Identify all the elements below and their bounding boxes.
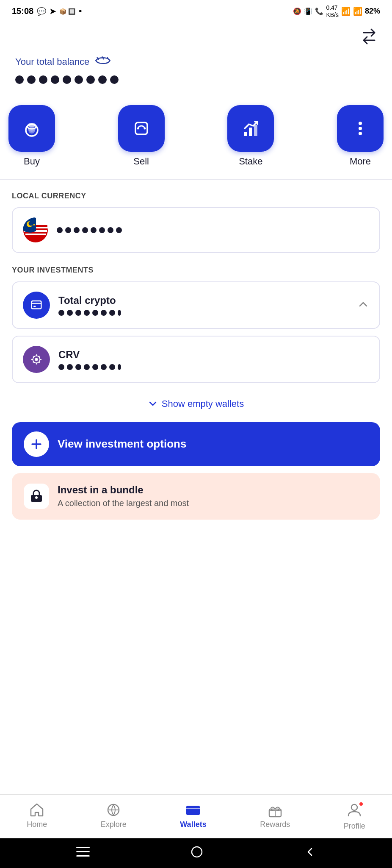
svg-rect-35: [76, 847, 90, 848]
balance-label-text: Your total balance: [15, 56, 89, 67]
svg-rect-10: [244, 132, 247, 136]
nav-home[interactable]: Home: [18, 801, 55, 832]
status-bar: 15:08 💬 ➤ 📦🔲 • 🔕 📳 📞 0.47KB/s 📶 📶 82%: [0, 0, 392, 21]
hide-balance-icon[interactable]: [95, 56, 110, 68]
more-button[interactable]: [337, 105, 384, 152]
status-battery: 82%: [365, 7, 380, 16]
divider: [0, 179, 392, 180]
local-currency-header: LOCAL CURRENCY: [0, 192, 392, 207]
nav-home-circle-icon[interactable]: [191, 846, 203, 860]
sell-label: Sell: [133, 156, 149, 167]
action-buttons: Buy Sell: [0, 105, 392, 179]
show-empty-wallets-button[interactable]: Show empty wallets: [0, 390, 392, 422]
local-currency-section: LOCAL CURRENCY: [0, 192, 392, 253]
bundle-card[interactable]: Invest in a bundle A collection of the l…: [12, 473, 380, 520]
svg-point-14: [359, 127, 362, 130]
buy-button-wrap[interactable]: Buy: [8, 105, 55, 167]
nav-wallets-label: Wallets: [180, 820, 206, 829]
buy-label: Buy: [24, 156, 40, 167]
nav-explore-label: Explore: [101, 820, 127, 829]
local-currency-card[interactable]: [12, 207, 380, 253]
total-crypto-info: Total crypto: [58, 295, 349, 316]
bundle-desc: A collection of the largest and most: [58, 498, 189, 508]
status-time: 15:08: [12, 6, 33, 16]
transfer-icon[interactable]: [358, 25, 380, 47]
crv-hidden-balance: [58, 364, 369, 370]
balance-section: Your total balance: [0, 52, 392, 105]
nav-rewards[interactable]: Rewards: [251, 801, 298, 832]
svg-point-38: [192, 847, 202, 857]
status-vibrate-icon: 📳: [304, 7, 312, 15]
stake-button-wrap[interactable]: Stake: [227, 105, 274, 167]
total-crypto-hidden-balance: [58, 310, 349, 316]
svg-rect-12: [254, 125, 257, 136]
bottom-nav: Home Explore Wallets Rewards: [0, 794, 392, 838]
investments-section: YOUR INVESTMENTS Total crypto: [0, 262, 392, 422]
status-location-icon: ➤: [50, 7, 56, 16]
total-crypto-name: Total crypto: [58, 295, 349, 306]
top-bar: [0, 21, 392, 52]
status-wifi-icon: 📶: [341, 7, 351, 16]
balance-hidden-value: [15, 75, 377, 84]
system-nav-bar: [0, 838, 392, 868]
status-dot: •: [79, 6, 82, 16]
total-crypto-icon: [23, 292, 50, 319]
more-button-wrap[interactable]: More: [337, 105, 384, 167]
more-label: More: [350, 156, 371, 167]
investments-header: YOUR INVESTMENTS: [0, 262, 392, 281]
status-signal-icon: 📶: [353, 7, 362, 16]
svg-rect-11: [249, 128, 252, 136]
nav-rewards-label: Rewards: [260, 820, 290, 829]
svg-point-31: [196, 811, 197, 812]
bundle-info: Invest in a bundle A collection of the l…: [58, 484, 189, 508]
svg-rect-21: [33, 306, 36, 307]
view-investment-label: View investment options: [58, 437, 186, 451]
nav-profile-label: Profile: [344, 822, 365, 831]
bundle-icon: [24, 484, 49, 509]
svg-point-34: [351, 804, 357, 810]
view-investment-button[interactable]: View investment options: [12, 422, 380, 466]
nav-menu-icon[interactable]: [76, 847, 90, 860]
svg-point-15: [359, 132, 362, 135]
svg-point-18: [29, 221, 33, 225]
total-crypto-card[interactable]: Total crypto: [12, 281, 380, 329]
svg-point-13: [359, 122, 362, 125]
local-currency-hidden-value: [57, 227, 122, 233]
nav-wallets[interactable]: Wallets: [171, 801, 215, 832]
bundle-title: Invest in a bundle: [58, 484, 189, 496]
svg-point-25: [35, 496, 38, 499]
stake-label: Stake: [239, 156, 262, 167]
svg-rect-20: [32, 301, 41, 309]
show-empty-label: Show empty wallets: [162, 398, 244, 409]
crv-icon: [23, 346, 50, 373]
status-speed: 0.47KB/s: [326, 4, 339, 19]
status-notification-icon: 💬: [37, 7, 46, 16]
nav-explore[interactable]: Explore: [92, 801, 135, 832]
svg-rect-36: [76, 851, 90, 852]
plus-icon: [24, 431, 49, 457]
balance-label-row: Your total balance: [15, 56, 377, 68]
malaysia-flag: [23, 217, 48, 243]
crv-card[interactable]: CRV: [12, 336, 380, 383]
svg-point-23: [35, 358, 38, 361]
svg-rect-37: [76, 855, 90, 857]
nav-profile[interactable]: Profile: [335, 801, 374, 832]
chevron-up-icon: [357, 298, 369, 312]
sell-button-wrap[interactable]: Sell: [118, 105, 165, 167]
sell-button[interactable]: [118, 105, 165, 152]
svg-line-2: [102, 57, 104, 59]
crv-name: CRV: [58, 349, 369, 361]
nav-home-label: Home: [27, 820, 47, 829]
crv-info: CRV: [58, 349, 369, 370]
svg-point-8: [137, 127, 139, 129]
status-app-icons: 📦🔲: [59, 8, 75, 15]
buy-button[interactable]: [8, 105, 55, 152]
nav-back-icon[interactable]: [304, 846, 316, 860]
stake-button[interactable]: [227, 105, 274, 152]
status-silent-icon: 🔕: [293, 7, 301, 15]
status-call-icon: 📞: [315, 7, 323, 15]
svg-point-9: [144, 127, 146, 129]
